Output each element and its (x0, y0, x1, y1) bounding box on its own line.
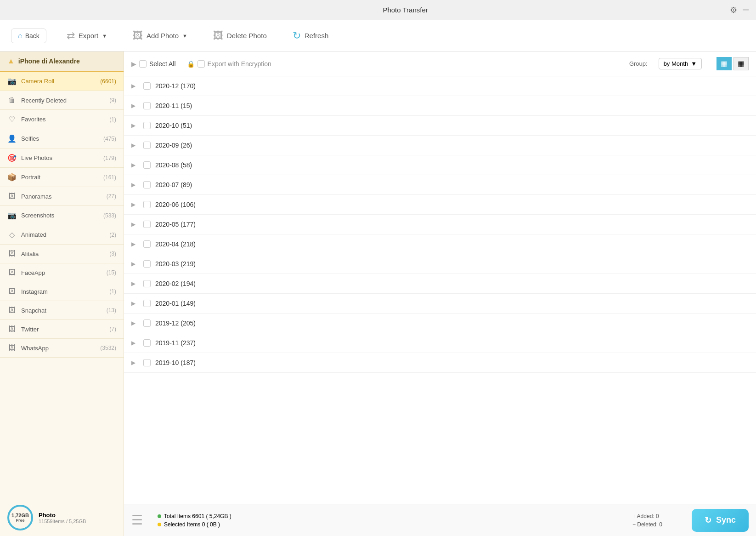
row-checkbox[interactable] (143, 359, 151, 366)
row-checkbox[interactable] (143, 280, 151, 287)
photo-list-row[interactable]: ▶ 2020-09 (26) (124, 136, 756, 155)
delete-photo-icon: 🖼 (213, 30, 223, 42)
sidebar-label-live-photos: Live Photos (21, 154, 99, 161)
row-checkbox[interactable] (143, 201, 151, 208)
row-label: 2019-11 (237) (155, 339, 196, 347)
row-checkbox[interactable] (143, 339, 151, 347)
status-items: Total Items 6601 ( 5,24GB ) Selected Ite… (158, 513, 231, 528)
view-small-grid-button[interactable]: ▦ (717, 57, 732, 70)
row-checkbox[interactable] (143, 181, 151, 188)
photo-list-row[interactable]: ▶ 2019-12 (205) (124, 314, 756, 333)
add-photo-button[interactable]: 🖼 Add Photo ▼ (127, 27, 193, 45)
select-all-checkbox[interactable] (139, 60, 147, 68)
sidebar-item-instagram[interactable]: 🖼 Instagram (1) (0, 282, 124, 301)
sidebar-icon-faceapp: 🖼 (7, 268, 17, 277)
export-with-encryption-button[interactable]: 🔒 Export with Encryption (187, 60, 271, 68)
row-checkbox[interactable] (143, 319, 151, 327)
total-dot-icon (158, 514, 161, 518)
encrypt-checkbox[interactable] (197, 60, 205, 68)
row-label: 2019-10 (187) (155, 359, 196, 366)
refresh-button[interactable]: ↻ Refresh (287, 27, 334, 45)
export-button[interactable]: ⇄ Export ▼ (61, 27, 113, 45)
sidebar-item-live-photos[interactable]: 🎯 Live Photos (179) (0, 148, 124, 168)
row-expand-icon: ▶ (131, 320, 139, 326)
sidebar-label-recently-deleted: Recently Deleted (21, 97, 105, 104)
sidebar-item-snapchat[interactable]: 🖼 Snapchat (13) (0, 301, 124, 320)
row-expand-icon: ▶ (131, 103, 139, 109)
photo-list-row[interactable]: ▶ 2020-03 (219) (124, 254, 756, 274)
row-expand-icon: ▶ (131, 142, 139, 148)
photo-list-row[interactable]: ▶ 2020-04 (218) (124, 234, 756, 254)
sidebar-label-alitalia: Alitalia (21, 251, 105, 257)
sidebar-icon-twitter: 🖼 (7, 325, 17, 333)
sidebar-count-whatsapp: (3532) (100, 345, 116, 351)
sidebar-item-whatsapp[interactable]: 🖼 WhatsApp (3532) (0, 339, 124, 358)
sidebar-icon-instagram: 🖼 (7, 287, 17, 296)
delete-photo-button[interactable]: 🖼 Delete Photo (208, 27, 272, 45)
photo-list-row[interactable]: ▶ 2020-11 (15) (124, 96, 756, 116)
row-checkbox[interactable] (143, 82, 151, 90)
sidebar-item-recently-deleted[interactable]: 🗑 Recently Deleted (9) (0, 91, 124, 110)
sidebar-item-animated[interactable]: ◇ Animated (2) (0, 225, 124, 245)
photo-list-row[interactable]: ▶ 2020-06 (106) (124, 195, 756, 215)
photo-list-row[interactable]: ▶ 2020-07 (89) (124, 175, 756, 195)
row-checkbox[interactable] (143, 300, 151, 307)
row-label: 2020-07 (89) (155, 181, 192, 188)
sidebar-label-camera-roll: Camera Roll (21, 78, 96, 85)
photo-list-row[interactable]: ▶ 2020-01 (149) (124, 294, 756, 314)
sidebar-count-instagram: (1) (109, 288, 116, 295)
row-checkbox[interactable] (143, 102, 151, 109)
back-button[interactable]: ⌂ Back (11, 29, 46, 43)
sidebar-item-portrait[interactable]: 📦 Portrait (161) (0, 168, 124, 187)
row-checkbox[interactable] (143, 260, 151, 268)
row-label: 2020-12 (170) (155, 82, 196, 90)
select-all-button[interactable]: ▶ Select All (131, 60, 176, 68)
sidebar-count-favorites: (1) (109, 116, 116, 123)
photo-list-row[interactable]: ▶ 2019-11 (237) (124, 333, 756, 353)
sidebar-item-favorites[interactable]: ♡ Favorites (1) (0, 110, 124, 129)
photo-list-row[interactable]: ▶ 2020-08 (58) (124, 155, 756, 175)
photo-list-row[interactable]: ▶ 2020-12 (170) (124, 76, 756, 96)
photo-list-row[interactable]: ▶ 2020-10 (51) (124, 116, 756, 136)
lock-icon: 🔒 (187, 60, 195, 68)
sidebar-item-camera-roll[interactable]: 📷 Camera Roll (6601) (0, 72, 124, 91)
photo-list-row[interactable]: ▶ 2020-02 (194) (124, 274, 756, 294)
sidebar-icon-alitalia: 🖼 (7, 250, 17, 258)
photo-list-row[interactable]: ▶ 2020-05 (177) (124, 215, 756, 234)
group-dropdown-chevron-icon: ▼ (691, 60, 697, 67)
sync-button[interactable]: ↻ Sync (692, 509, 749, 532)
row-label: 2019-12 (205) (155, 319, 196, 327)
sidebar-item-twitter[interactable]: 🖼 Twitter (7) (0, 320, 124, 339)
sidebar-label-screenshots: Screenshots (21, 212, 99, 219)
view-large-grid-button[interactable]: ▦ (733, 57, 749, 70)
sidebar-item-alitalia[interactable]: 🖼 Alitalia (3) (0, 245, 124, 263)
app-title: Photo Transfer (81, 6, 730, 14)
row-label: 2020-01 (149) (155, 300, 196, 307)
photo-list-row[interactable]: ▶ 2019-10 (187) (124, 353, 756, 373)
row-checkbox[interactable] (143, 142, 151, 149)
settings-icon[interactable]: ⚙ (730, 5, 737, 15)
row-checkbox[interactable] (143, 122, 151, 129)
sidebar-item-panoramas[interactable]: 🖼 Panoramas (27) (0, 187, 124, 206)
minimize-icon[interactable]: ─ (743, 5, 749, 15)
row-checkbox[interactable] (143, 221, 151, 228)
main-toolbar: ⌂ Back ⇄ Export ▼ 🖼 Add Photo ▼ 🖼 Delete… (0, 20, 756, 51)
row-checkbox[interactable] (143, 240, 151, 248)
sidebar-label-instagram: Instagram (21, 288, 105, 295)
sidebar-item-faceapp[interactable]: 🖼 FaceApp (15) (0, 263, 124, 282)
sidebar-label-faceapp: FaceApp (21, 269, 102, 276)
content-toolbar: ▶ Select All 🔒 Export with Encryption Gr… (124, 51, 756, 76)
sidebar-item-screenshots[interactable]: 📷 Screenshots (533) (0, 206, 124, 225)
sidebar-icon-selfies: 👤 (7, 134, 17, 143)
row-label: 2020-06 (106) (155, 201, 196, 208)
sidebar-count-recently-deleted: (9) (109, 97, 116, 103)
status-list-icon: ☰ (131, 513, 143, 528)
sidebar-icon-live-photos: 🎯 (7, 154, 17, 162)
storage-circle: 1,72GB Free (7, 505, 33, 530)
sidebar-label-selfies: Selfies (21, 135, 99, 142)
row-expand-icon: ▶ (131, 162, 139, 168)
row-checkbox[interactable] (143, 161, 151, 169)
selected-dot-icon (158, 523, 161, 526)
group-select-dropdown[interactable]: by Month ▼ (659, 58, 702, 69)
sidebar-item-selfies[interactable]: 👤 Selfies (475) (0, 129, 124, 148)
